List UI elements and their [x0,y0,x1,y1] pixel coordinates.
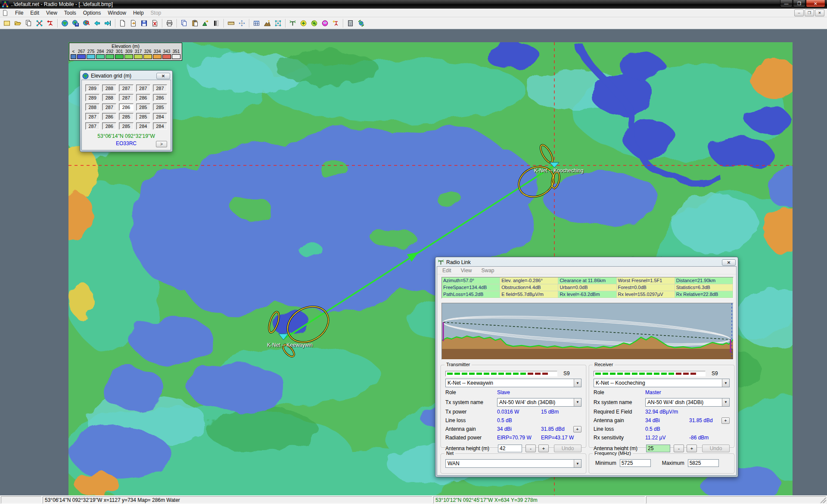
terrain-profile-icon[interactable] [262,18,273,28]
rx-unit-combobox[interactable]: K-Net -- Koocheching ▼ [594,379,730,387]
menu-edit[interactable]: Edit [27,9,43,17]
link-menu-edit[interactable]: Edit [442,268,451,274]
forward-arrow-icon[interactable] [103,18,113,28]
rx-role-value: Master [645,389,689,395]
radio-link-icon[interactable] [287,18,298,28]
find-coverage-icon[interactable] [309,18,320,28]
map-elevation-icon[interactable] [81,18,92,28]
elevation-cell: 284 [136,122,150,130]
minimum-frequency-input[interactable]: 5725 [620,459,651,467]
chevron-down-icon[interactable]: ▼ [574,398,581,406]
restore-button[interactable]: ❐ [793,0,805,7]
resize-grip[interactable] [820,497,826,503]
rx-system-combobox[interactable]: AN-50 W/4' dish (34DBi) ▼ [645,398,730,407]
style-icon[interactable] [320,18,330,28]
menu-tools[interactable]: Tools [61,9,80,17]
link-result-cell: Urban=0.0dB [558,284,616,291]
tx-undo-button[interactable]: Undo [554,445,581,452]
chevron-down-icon[interactable]: ▼ [722,398,729,406]
elevation-grid-close-icon[interactable]: ✕ [156,73,170,79]
merge-pictures-icon[interactable] [200,18,211,28]
close-button[interactable]: ✕ [806,0,825,7]
copy-networks-icon[interactable] [23,18,34,28]
tx-unit-combobox[interactable]: K-Net -- Keewaywin ▼ [445,379,581,387]
globe-icon [82,73,89,79]
export-picture-icon[interactable] [128,18,139,28]
open-networks-icon[interactable] [12,18,23,28]
save-map-icon[interactable] [70,18,81,28]
path-profile-chart[interactable] [441,303,734,360]
coverage-net-icon[interactable] [273,18,283,28]
chevron-down-icon[interactable]: ▼ [574,460,581,467]
rx-gain-plus-button[interactable]: + [721,417,730,424]
fit-map-icon[interactable] [236,18,247,28]
mdi-minimize-button[interactable]: – [794,9,804,16]
legend-swatch [106,54,114,59]
grid-coordinates: 53°06'14''N 092°32'19''W [85,133,167,139]
web-update-icon[interactable] [356,18,367,28]
legend-title: Elevation (m) [71,44,180,49]
rx-height-increase-button[interactable]: + [687,445,697,452]
elevation-cell: 285 [136,103,150,111]
rx-param-row: Rx sensitivity11.22 µV-86 dBm [594,434,730,441]
radio-link-close-icon[interactable]: ✕ [722,259,736,266]
rx-undo-button[interactable]: Undo [702,445,730,452]
tx-gain-plus-button[interactable]: + [573,426,581,432]
link-result-cell: Obstruction=4.4dB [500,284,558,291]
rx-height-input[interactable]: 25 [646,445,670,452]
elevation-grid-titlebar[interactable]: Elevation grid (m) ✕ [81,72,171,80]
legend-swatch [172,54,180,59]
tx-role-value: Slave [497,389,541,395]
chevron-down-icon[interactable]: ▼ [574,379,581,387]
menu-view[interactable]: View [43,9,61,17]
elevation-cell: 289 [85,94,99,101]
unit-properties-icon[interactable] [45,18,56,28]
rx-height-decrease-button[interactable]: - [674,445,684,452]
site-label-keewaywin: K-Net -- Keewaywin [267,342,313,348]
chevron-down-icon[interactable]: ▼ [722,379,729,387]
paste-icon[interactable] [190,18,200,28]
print-icon[interactable] [164,18,175,28]
grayscale-icon[interactable] [211,18,222,28]
menu-file[interactable]: File [12,9,27,17]
menu-options[interactable]: Options [80,9,104,17]
calculator-icon[interactable] [345,18,356,28]
tx-height-input[interactable]: 42 [498,445,522,452]
elevation-cell: 286 [153,94,167,101]
tx-signal-meter [445,371,557,376]
link-menu-view[interactable]: View [461,268,472,274]
networks-properties-icon[interactable] [34,18,45,28]
minimize-button[interactable]: — [780,0,793,7]
find-best-site-icon[interactable] [298,18,309,28]
tx-system-combobox[interactable]: AN-50 W/4' dish (34DBi) ▼ [497,398,581,407]
mdi-close-button[interactable]: ✕ [815,9,824,16]
ruler-icon[interactable] [226,18,236,28]
legend-swatch [124,54,133,59]
radio-link-titlebar[interactable]: Radio Link ✕ [437,258,737,266]
new-networks-icon[interactable] [2,18,12,28]
grid-expand-button[interactable]: > [156,141,167,147]
save-picture-icon[interactable] [139,18,149,28]
tx-height-decrease-button[interactable]: - [525,445,536,452]
new-picture-icon[interactable] [117,18,128,28]
tx-height-increase-button[interactable]: + [538,445,549,452]
copy-icon[interactable] [179,18,190,28]
transmitter-group: Transmitter S9 K-Net -- Keewaywin ▼ Role… [441,365,586,448]
legend-swatch [71,54,76,59]
link-menu-swap[interactable]: Swap [481,268,494,274]
net-combobox[interactable]: WAN ▼ [445,459,581,468]
site-label-koocheching: K-Net -- Koocheching [534,168,584,174]
link-result-cell: Rx level=155.0297µV [617,291,675,298]
map-properties-icon[interactable] [59,18,70,28]
maximum-frequency-label: Maximum [662,460,684,466]
maximum-frequency-input[interactable]: 5825 [688,459,719,467]
elevation-cell: 288 [85,103,99,111]
status-position: 53°06'14''N 092°32'19''W x=1127 y=734 Ma… [43,496,432,504]
menu-window[interactable]: Window [104,9,130,17]
new-unit-icon[interactable] [330,18,341,28]
back-arrow-icon[interactable] [92,18,103,28]
elevation-grid-icon[interactable] [251,18,262,28]
delete-picture-icon[interactable] [149,18,160,28]
menu-help[interactable]: Help [130,9,147,17]
mdi-restore-button[interactable]: ❐ [805,9,814,16]
